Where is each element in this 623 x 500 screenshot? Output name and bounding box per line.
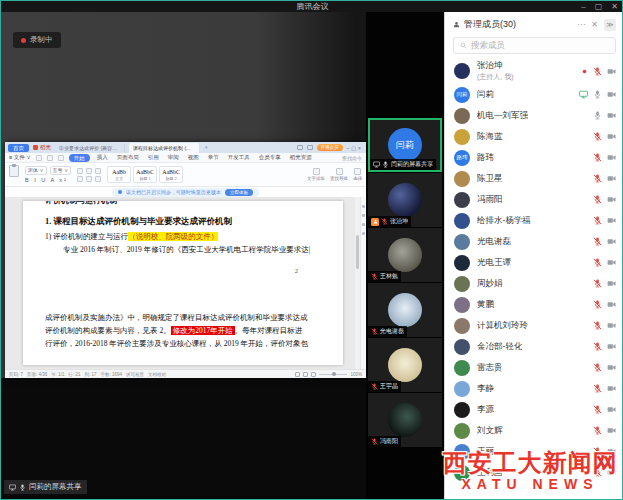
participant-row-7[interactable]: 给排水-杨学福 <box>445 210 623 231</box>
avatar <box>388 293 422 327</box>
video-tile-1[interactable]: 张治坤 <box>368 173 442 227</box>
tile-name: 光电谢磊 <box>380 327 404 336</box>
wps-menu-item-9[interactable]: 稻壳资源 <box>288 154 314 161</box>
participant-row-15[interactable]: 李静 <box>445 378 623 399</box>
font-name-select[interactable]: 宋体 ∨ <box>25 166 47 175</box>
video-tile-2[interactable]: 王林勉 <box>368 228 442 282</box>
doc-paragraph-1: 专业 2016 年制订、2019 年修订的《西安工业大学机电工程学院毕业要求达| <box>63 245 310 255</box>
video-tile-4[interactable]: 王宇晶 <box>368 338 442 392</box>
status-items: 页码: 7页面: 4/36节: 1/1行: 21列: 17字数: 1694拼写检… <box>9 372 166 377</box>
panel-collapse-icon[interactable]: ≫ <box>604 19 616 31</box>
zoom-slider[interactable] <box>319 374 347 375</box>
number-list-icon[interactable] <box>86 176 92 182</box>
avatar <box>454 444 470 460</box>
bullet-list-icon[interactable] <box>77 176 83 182</box>
participant-row-19[interactable]: 王利国 <box>445 462 623 483</box>
document-page[interactable]: 评价机制与运行机制 1. 课程目标达成评价机制与毕业要求达成评价机制 1) 评价… <box>23 201 343 365</box>
view-mode-icon-2[interactable] <box>303 372 308 377</box>
wps-home-button[interactable]: 首页 <box>8 144 29 152</box>
paste-icon[interactable] <box>9 165 19 177</box>
panel-header: 管理成员(30) ⋯ ✕ ≫ <box>445 12 623 34</box>
participant-row-6[interactable]: 冯雨阳 <box>445 189 623 210</box>
align-left-icon[interactable] <box>77 168 83 174</box>
view-mode-icon-1[interactable] <box>295 372 300 377</box>
banner-button[interactable]: 立即体验 <box>225 189 253 196</box>
wps-save-icon[interactable] <box>36 155 42 161</box>
wps-layout-icon[interactable] <box>297 145 303 150</box>
participant-row-10[interactable]: 周妙娟 <box>445 273 623 294</box>
close-icon[interactable]: ✕ <box>611 1 618 12</box>
participant-row-2[interactable]: 机电—刘军强 <box>445 105 623 126</box>
wps-menu-item-3[interactable]: 引用 <box>146 154 161 161</box>
participant-row-17[interactable]: 刘文辉 <box>445 420 623 441</box>
wps-menu-item-6[interactable]: 章节 <box>206 154 221 161</box>
wps-menubar: ≡ 文件 ∨ 开始插入页面布局引用审阅视图章节开发工具会员专享稻壳资源 查找命令 <box>5 153 366 163</box>
wps-paste-group[interactable] <box>9 165 19 184</box>
participant-row-14[interactable]: 雷志贵 <box>445 357 623 378</box>
participant-row-13[interactable]: 金冶部-轻化 <box>445 336 623 357</box>
participant-row-0[interactable]: 张治坤(主持人, 我) <box>445 58 623 84</box>
wps-new-tab-icon[interactable]: ＋ <box>203 143 209 152</box>
align-right-icon[interactable] <box>95 168 101 174</box>
participant-row-8[interactable]: 光电谢磊 <box>445 231 623 252</box>
wps-find-command[interactable]: 查找命令 <box>342 155 362 161</box>
wps-menu-item-0[interactable]: 开始 <box>69 154 90 162</box>
muted-mic-icon <box>593 132 602 141</box>
toolbar-tool-1[interactable]: 查找替换 <box>330 168 348 181</box>
wps-member-button[interactable]: 开通会员 <box>317 144 343 151</box>
participant-row-1[interactable]: 闫莉闫莉 <box>445 84 623 105</box>
wps-undo-icon[interactable] <box>58 155 64 161</box>
wps-file-menu[interactable]: ≡ 文件 ∨ <box>9 154 31 161</box>
wps-menu-item-5[interactable]: 视图 <box>186 154 201 161</box>
participant-name: 李源 <box>477 404 494 416</box>
view-mode-icon-3[interactable] <box>311 372 316 377</box>
wps-print-icon[interactable] <box>47 155 53 161</box>
participant-row-9[interactable]: 光电王谭 <box>445 252 623 273</box>
participant-row-5[interactable]: 陈卫星 <box>445 168 623 189</box>
style-box-2[interactable]: AaBbC标题 2 <box>159 166 183 183</box>
panel-close-icon[interactable]: ✕ <box>591 20 598 30</box>
wps-history-icon[interactable] <box>307 145 313 150</box>
member-panel: 管理成员(30) ⋯ ✕ ≫ 搜索成员 张治坤(主持人, 我)闫莉闫莉机电—刘军… <box>444 12 623 500</box>
maximize-icon[interactable]: ▢ <box>595 1 603 12</box>
wps-docer-tab[interactable]: 稻壳 <box>33 144 51 151</box>
video-tile-5[interactable]: 冯雨阳 <box>368 393 442 447</box>
wps-window-controls[interactable]: –▢× <box>347 145 363 151</box>
participant-row-4[interactable]: 路玮路玮 <box>445 147 623 168</box>
status-item-0: 页码: 7 <box>9 372 23 377</box>
muted-mic-icon <box>593 447 602 456</box>
font-size-select[interactable]: 五号 ∨ <box>50 166 72 175</box>
participant-list: 张治坤(主持人, 我)闫莉闫莉机电—刘军强陈海蓝路玮路玮陈卫星冯雨阳给排水-杨学… <box>445 58 623 500</box>
participant-row-3[interactable]: 陈海蓝 <box>445 126 623 147</box>
wps-menu-item-4[interactable]: 审阅 <box>166 154 181 161</box>
toolbar-tool-0[interactable]: 文字排版 <box>307 168 325 181</box>
doc-page-number: 2 <box>295 267 298 274</box>
participant-row-12[interactable]: 计算机刘玲玲 <box>445 315 623 336</box>
wps-doc-tab-1[interactable]: 毕业要求达成评价 (兼容模式) <box>55 144 125 152</box>
indent-icon[interactable] <box>95 176 101 182</box>
video-tile-0[interactable]: 闫莉闫莉的屏幕共享 <box>368 118 442 172</box>
align-center-icon[interactable] <box>86 168 92 174</box>
search-input[interactable]: 搜索成员 <box>453 37 616 54</box>
tile-name: 王宇晶 <box>380 382 398 391</box>
style-box-1[interactable]: AaBbC标题 1 <box>133 166 157 183</box>
participant-row-18[interactable]: 王丽 <box>445 441 623 462</box>
wps-menu-item-8[interactable]: 会员专享 <box>257 154 283 161</box>
format-buttons[interactable]: B I U A x² <box>25 177 68 183</box>
minimize-icon[interactable]: – <box>581 1 585 12</box>
wps-menu-item-2[interactable]: 页面布局 <box>115 154 141 161</box>
wps-menu-item-7[interactable]: 开发工具 <box>226 154 252 161</box>
video-tile-3[interactable]: 光电谢磊 <box>368 283 442 337</box>
style-box-0[interactable]: AaBb正文 <box>107 166 131 183</box>
more-icon[interactable]: ⋯ <box>577 20 585 30</box>
participant-row-16[interactable]: 李源 <box>445 399 623 420</box>
tile-name: 闫莉的屏幕共享 <box>391 160 433 169</box>
wps-doc-tab-2[interactable]: 课程目标达成评价机制 (兼容模式) <box>129 143 199 153</box>
recording-badge: 录制中 <box>13 32 61 48</box>
participant-row-11[interactable]: 黄鹏 <box>445 294 623 315</box>
camera-icon <box>607 384 616 393</box>
toolbar-tool-2[interactable]: 选择 <box>353 168 362 181</box>
person-icon <box>373 219 378 224</box>
wps-menu-item-1[interactable]: 插入 <box>95 154 110 161</box>
participant-name: 光电王谭 <box>477 257 511 269</box>
